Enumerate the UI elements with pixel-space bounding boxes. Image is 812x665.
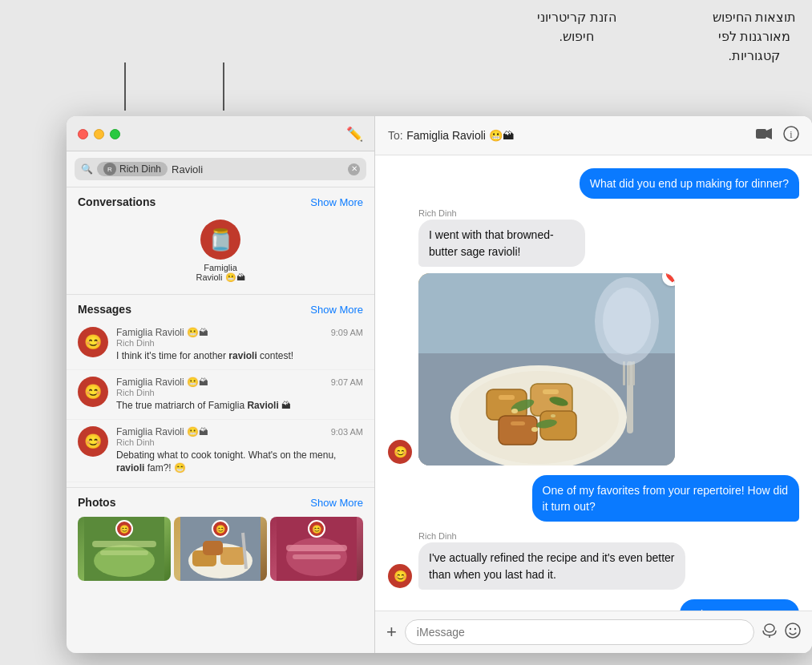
chat-group-received-1: Rich Dinh 😊 I went with that browned-but…	[388, 208, 799, 466]
conversations-show-more[interactable]: Show More	[310, 196, 363, 208]
svg-rect-8	[203, 541, 223, 555]
photo-badge-3: 😊	[308, 520, 325, 538]
photos-header: Photos Show More	[67, 488, 374, 514]
rich-avatar-2: 😊	[388, 564, 412, 588]
svg-rect-14	[756, 129, 766, 139]
svg-point-32	[511, 409, 518, 413]
chat-bubble-row-3: One of my favorites from your repertoire…	[388, 475, 799, 522]
msg-avatar-1: 😊	[78, 327, 108, 357]
emoji-button[interactable]	[785, 623, 801, 643]
chat-bubble-row-5: What's your secret?	[388, 599, 799, 611]
contact-avatar: R	[103, 163, 116, 175]
minimize-button[interactable]	[94, 129, 104, 139]
famiglia-avatar-emoji: 🫙	[208, 228, 233, 252]
svg-rect-13	[293, 554, 341, 559]
svg-rect-2	[92, 541, 156, 547]
chat-to-label: To:	[388, 129, 403, 142]
msg-group-1: Famiglia Ravioli 😬🏔	[116, 327, 208, 338]
annotation-line-left	[124, 62, 126, 111]
messages-title: Messages	[78, 303, 131, 316]
messages-section: Messages Show More 😊 Famiglia Ravioli 😬🏔…	[67, 294, 374, 487]
chat-header-to-section: To: Famiglia Ravioli 😬🏔	[388, 128, 514, 143]
annotation-left: הזנת קריטריוניחיפוש.	[537, 8, 616, 66]
conversations-section: Conversations Show More 🫙 FamigliaRaviol…	[67, 187, 374, 294]
chat-input-bar: +	[375, 611, 812, 653]
svg-text:i: i	[790, 129, 793, 140]
msg-time-3: 9:03 AM	[331, 427, 363, 437]
left-scroll-area[interactable]: Conversations Show More 🫙 FamigliaRaviol…	[67, 187, 374, 653]
annotation-right: תוצאות החיפושמאורגנות לפיקטגוריות.	[713, 8, 796, 66]
close-button[interactable]	[78, 129, 88, 139]
svg-point-33	[551, 414, 555, 417]
chat-bubble-1: What did you end up making for dinner?	[580, 168, 799, 199]
photo-item-3[interactable]: 😊	[270, 517, 363, 581]
svg-point-44	[790, 627, 791, 629]
conversation-item-famiglia[interactable]: 🫙 FamigliaRavioli 😬🏔	[67, 213, 374, 289]
svg-rect-3	[100, 550, 148, 555]
svg-point-1	[94, 545, 155, 577]
message-item-3[interactable]: 😊 Famiglia Ravioli 😬🏔 9:03 AM Rich Dinh …	[67, 420, 374, 483]
message-item-2[interactable]: 😊 Famiglia Ravioli 😬🏔 9:07 AM Rich Dinh …	[67, 370, 374, 420]
svg-point-40	[603, 288, 651, 355]
contact-chip[interactable]: R Rich Dinh	[97, 162, 168, 176]
chat-header-name: Famiglia Ravioli 😬🏔	[406, 129, 514, 142]
message-input[interactable]	[405, 619, 754, 645]
svg-rect-12	[286, 545, 347, 551]
msg-preview-1: I think it's time for another ravioli co…	[116, 349, 363, 363]
left-panel: ✏️ 🔍 R Rich Dinh ✕ Conversations Show Mo…	[67, 116, 375, 653]
msg-content-1: Famiglia Ravioli 😬🏔 9:09 AM Rich Dinh I …	[116, 327, 363, 363]
chat-messages[interactable]: What did you end up making for dinner? R…	[375, 155, 812, 611]
photos-grid: 😊	[67, 514, 374, 584]
video-call-button[interactable]	[756, 128, 772, 143]
contact-chip-name: Rich Dinh	[119, 163, 161, 175]
sender-label-2: Rich Dinh	[418, 531, 799, 541]
msg-avatar-2: 😊	[78, 377, 108, 407]
photo-badge-1: 😊	[115, 520, 133, 538]
fullscreen-button[interactable]	[110, 129, 120, 139]
photos-show-more[interactable]: Show More	[310, 497, 363, 509]
msg-content-3: Famiglia Ravioli 😬🏔 9:03 AM Rich Dinh De…	[116, 426, 363, 476]
svg-marker-15	[766, 128, 772, 139]
svg-rect-41	[765, 624, 774, 632]
svg-point-34	[531, 427, 538, 432]
messages-show-more[interactable]: Show More	[310, 304, 363, 316]
msg-group-2: Famiglia Ravioli 😬🏔	[116, 377, 208, 388]
conversations-title: Conversations	[78, 195, 156, 208]
chat-group-received-2: Rich Dinh 😊 I've actually refined the re…	[388, 531, 799, 590]
traffic-lights	[78, 129, 120, 139]
msg-sender-1: Rich Dinh	[116, 338, 363, 348]
right-panel: To: Famiglia Ravioli 😬🏔 i	[375, 116, 812, 653]
add-attachment-button[interactable]: +	[386, 622, 397, 643]
svg-point-45	[794, 627, 796, 629]
msg-preview-3: Debating what to cook tonight. What's on…	[116, 449, 363, 476]
chat-bubble-2: I went with that browned-butter sage rav…	[418, 220, 585, 267]
msg-avatar-3: 😊	[78, 426, 108, 457]
chat-header-icons: i	[756, 126, 799, 145]
svg-point-43	[786, 623, 800, 638]
audio-button[interactable]	[762, 623, 777, 642]
msg-time-2: 9:07 AM	[331, 377, 363, 387]
chat-header: To: Famiglia Ravioli 😬🏔 i	[375, 116, 812, 155]
chat-bubble-row-2: 😊 I went with that browned-butter sage r…	[388, 220, 799, 466]
chat-bubble-5: What's your secret?	[680, 599, 799, 611]
photo-item-2[interactable]: 😊	[174, 517, 267, 581]
search-input[interactable]	[172, 163, 344, 175]
svg-rect-25	[543, 389, 559, 394]
info-button[interactable]: i	[783, 126, 799, 145]
search-input-wrap[interactable]: 🔍 R Rich Dinh ✕	[75, 158, 366, 180]
photos-title: Photos	[78, 496, 115, 509]
search-icon: 🔍	[81, 163, 93, 175]
compose-button[interactable]: ✏️	[346, 126, 363, 143]
photo-item-1[interactable]: 😊	[78, 517, 171, 581]
search-clear-button[interactable]: ✕	[348, 163, 360, 175]
photo-badge-2: 😊	[212, 520, 229, 538]
message-item-1[interactable]: 😊 Famiglia Ravioli 😬🏔 9:09 AM Rich Dinh …	[67, 320, 374, 370]
svg-rect-23	[499, 395, 515, 400]
msg-sender-3: Rich Dinh	[116, 437, 363, 447]
msg-preview-2: The true matriarch of Famiglia Ravioli 🏔	[116, 399, 363, 413]
chat-bubble-3: One of my favorites from your repertoire…	[532, 475, 799, 522]
chat-photo: ❤️	[418, 273, 675, 466]
app-window: ✏️ 🔍 R Rich Dinh ✕ Conversations Show Mo…	[67, 116, 812, 653]
photos-section: Photos Show More	[67, 487, 374, 590]
search-bar: 🔍 R Rich Dinh ✕	[67, 151, 374, 187]
